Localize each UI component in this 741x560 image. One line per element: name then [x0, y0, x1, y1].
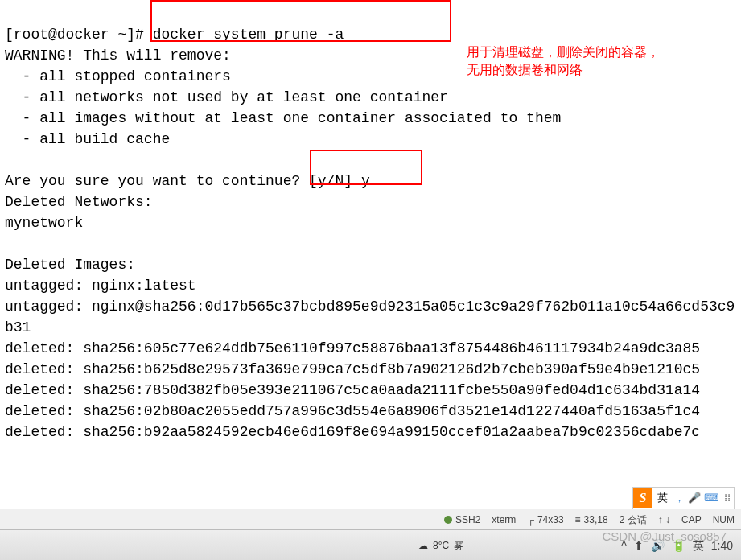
- image-line: b31: [5, 319, 31, 336]
- annotation-text: 用于清理磁盘，删除关闭的容器， 无用的数据卷和网络: [467, 43, 660, 79]
- warning-line: WARNING! This will remove:: [5, 47, 231, 64]
- bullet-line: - all images without at least one contai…: [5, 110, 561, 126]
- image-line: deleted: sha256:605c77e624ddb75e6110f997…: [5, 340, 700, 356]
- shell-prompt: [root@docker ~]#: [5, 27, 153, 43]
- weather-icon: ☁: [418, 535, 428, 556]
- clock[interactable]: 1:40: [711, 535, 733, 556]
- status-term: xterm: [492, 509, 516, 530]
- shell-command: docker system prune -a: [153, 27, 344, 43]
- status-ssh: SSH2: [444, 509, 480, 530]
- section-header: Deleted Networks:: [5, 194, 153, 210]
- weather-temp: 8°C: [433, 535, 449, 556]
- image-line: deleted: sha256:b625d8e29573fa369e799ca7…: [5, 361, 700, 377]
- bullet-line: - all build cache: [5, 131, 170, 147]
- sogou-logo-icon[interactable]: S: [633, 488, 652, 508]
- status-arrows: ↑ ↓: [658, 509, 670, 530]
- status-size: ┌ 74x33: [527, 509, 563, 530]
- status-cap: CAP: [681, 509, 702, 530]
- terminal-statusbar: SSH2 xterm ┌ 74x33 ≡ 33,18 2 会话 ↑ ↓ CAP …: [0, 509, 741, 530]
- bullet-line: - all stopped containers: [5, 68, 231, 84]
- bullet-line: - all networks not used by at least one …: [5, 89, 448, 105]
- terminal-output[interactable]: [root@docker ~]# docker system prune -a …: [0, 0, 741, 547]
- weather-widget[interactable]: ☁ 8°C 雾: [0, 535, 463, 556]
- battery-icon[interactable]: 🔋: [672, 535, 685, 556]
- image-line: untagged: nginx:latest: [5, 278, 196, 294]
- ime-tray-icon[interactable]: 英: [693, 535, 704, 556]
- volume-icon[interactable]: 🔊: [651, 535, 665, 556]
- tray-overflow-icon[interactable]: ^: [621, 535, 627, 556]
- confirm-prompt: Are you sure you want to continue? [y/N]: [5, 173, 361, 189]
- section-header: Deleted Images:: [5, 257, 135, 273]
- confirm-answer: y: [361, 173, 370, 189]
- comma-icon[interactable]: ，: [673, 488, 686, 509]
- status-sessions: 2 会话: [620, 509, 647, 530]
- mic-icon[interactable]: 🎤: [686, 488, 702, 509]
- system-tray[interactable]: ^ ⬆ 🔊 🔋 英 1:40: [621, 535, 741, 556]
- lock-icon: [444, 516, 452, 524]
- ime-lang-toggle[interactable]: 英: [652, 488, 673, 509]
- status-cursor: ≡ 33,18: [575, 509, 608, 530]
- grid-icon[interactable]: ⁞⁞: [721, 488, 734, 509]
- image-line: untagged: nginx@sha256:0d17b565c37bcbd89…: [5, 299, 735, 315]
- network-item: mynetwork: [5, 215, 83, 231]
- network-icon[interactable]: ⬆: [634, 535, 644, 556]
- ime-toolbar[interactable]: S 英 ， 🎤 ⌨ ⁞⁞: [632, 487, 735, 509]
- image-line: deleted: sha256:7850d382fb05e393e211067c…: [5, 382, 700, 398]
- keyboard-icon[interactable]: ⌨: [702, 488, 721, 509]
- status-num: NUM: [713, 509, 735, 530]
- image-line: deleted: sha256:b92aa5824592ecb46e6d169f…: [5, 424, 700, 440]
- windows-taskbar[interactable]: ☁ 8°C 雾 ^ ⬆ 🔊 🔋 英 1:40: [0, 529, 741, 560]
- weather-desc: 雾: [454, 535, 463, 556]
- image-line: deleted: sha256:02b80ac2055edd757a996c3d…: [5, 403, 700, 419]
